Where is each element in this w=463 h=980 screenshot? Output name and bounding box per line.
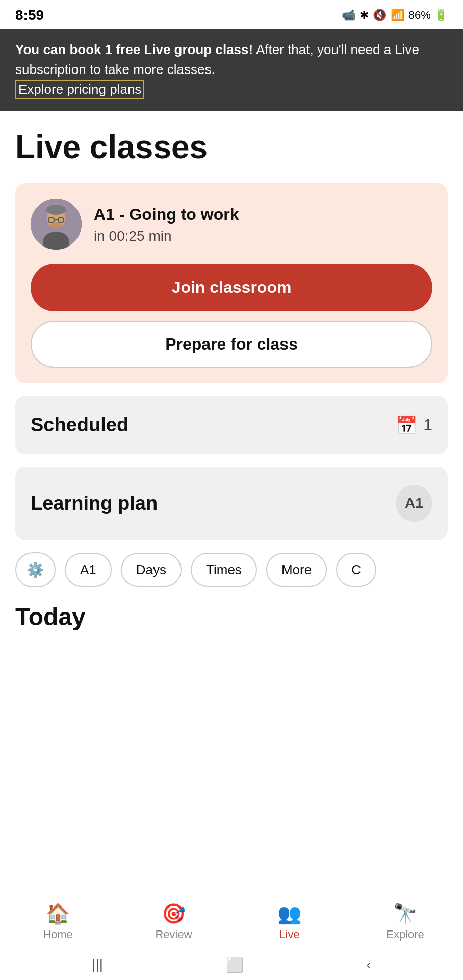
camera-icon: 📹 (342, 9, 355, 22)
svg-point-7 (50, 222, 62, 228)
nav-home-label: Home (43, 928, 73, 941)
scheduled-card[interactable]: Scheduled 📅 1 (15, 396, 448, 454)
signal-icon: 📶 (391, 9, 404, 22)
learning-plan-card[interactable]: Learning plan A1 (15, 467, 448, 540)
system-nav-bar: ||| ⬜ ‹ (0, 949, 463, 980)
bottom-nav: 🏠 Home 🎯 Review 👥 Live 🔭 Explore (0, 892, 463, 949)
bluetooth-icon: ✱ (359, 9, 369, 22)
nav-review[interactable]: 🎯 Review (143, 902, 204, 941)
mute-icon: 🔇 (373, 9, 387, 22)
home-icon: 🏠 (46, 902, 70, 925)
status-time: 8:59 (15, 7, 44, 23)
nav-explore-label: Explore (386, 928, 424, 941)
banner-bold: You can book 1 free Live group class! (15, 42, 253, 57)
avatar-image (31, 199, 82, 250)
status-bar: 8:59 📹 ✱ 🔇 📶 86% 🔋 (0, 0, 463, 29)
filter-more-chip[interactable]: More (266, 553, 327, 587)
recent-apps-button[interactable]: ||| (92, 957, 103, 973)
prepare-for-class-button[interactable]: Prepare for class (31, 321, 432, 368)
nav-explore[interactable]: 🔭 Explore (375, 902, 436, 941)
nav-home[interactable]: 🏠 Home (28, 902, 89, 941)
learning-plan-label: Learning plan (31, 493, 158, 514)
filter-partial-chip[interactable]: C (336, 553, 376, 587)
svg-rect-3 (46, 209, 66, 212)
main-content: Live classes (0, 111, 463, 741)
review-icon: 🎯 (162, 902, 186, 925)
live-icon: 👥 (277, 902, 301, 925)
calendar-icon: 📅 (396, 415, 417, 435)
nav-live-label: Live (279, 928, 299, 941)
today-section-title: Today (15, 603, 448, 631)
battery-text: 86% 🔋 (408, 9, 448, 22)
live-class-card: A1 - Going to work in 00:25 min Join cla… (15, 183, 448, 383)
class-header: A1 - Going to work in 00:25 min (31, 199, 432, 250)
explore-icon: 🔭 (393, 902, 417, 925)
learning-plan-badge: A1 (396, 485, 432, 522)
back-button[interactable]: ‹ (366, 957, 371, 973)
explore-pricing-link[interactable]: Explore pricing plans (15, 80, 144, 99)
home-button[interactable]: ⬜ (226, 957, 244, 973)
nav-live[interactable]: 👥 Live (259, 902, 320, 941)
filter-a1-chip[interactable]: A1 (65, 553, 112, 587)
filter-times-chip[interactable]: Times (191, 553, 257, 587)
scheduled-count: 1 (423, 415, 432, 434)
scheduled-badge: 📅 1 (396, 415, 432, 435)
page-title: Live classes (15, 129, 448, 165)
teacher-avatar (31, 199, 82, 250)
nav-review-label: Review (155, 928, 192, 941)
join-classroom-button[interactable]: Join classroom (31, 264, 432, 311)
filter-days-chip[interactable]: Days (121, 553, 182, 587)
class-title: A1 - Going to work (94, 204, 432, 226)
scheduled-label: Scheduled (31, 414, 128, 436)
promo-banner: You can book 1 free Live group class! Af… (0, 29, 463, 111)
filter-settings-button[interactable]: ⚙️ (15, 552, 56, 587)
status-icons: 📹 ✱ 🔇 📶 86% 🔋 (342, 9, 448, 22)
class-time: in 00:25 min (94, 228, 432, 244)
class-info: A1 - Going to work in 00:25 min (94, 204, 432, 245)
filter-row: ⚙️ A1 Days Times More C (15, 552, 448, 587)
